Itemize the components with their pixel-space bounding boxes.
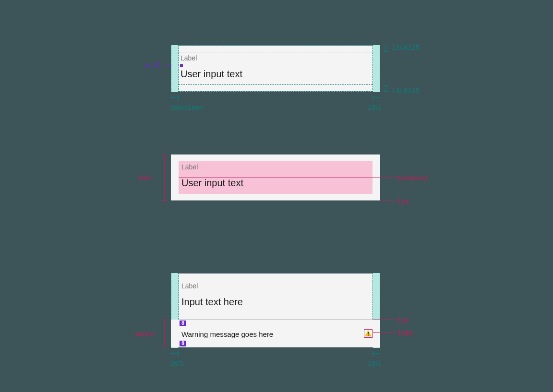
annotation-padding-left: 16/1	[170, 359, 184, 367]
annotation-padding-bottom: 13/.8125	[392, 86, 420, 95]
annotation-height: 64/4	[138, 174, 152, 182]
input-label: Label	[181, 282, 198, 290]
measure-bracket	[384, 85, 388, 92]
measure-bracket	[384, 46, 388, 52]
guide-line	[179, 45, 373, 46]
annotation-padding-right: 16/1	[368, 103, 382, 111]
input-value: User input text	[181, 178, 243, 189]
guide-line	[179, 66, 373, 66]
annotation-padding-top: 13/.8125	[392, 43, 420, 51]
text-input-spec-warning: Label Input text here	[171, 273, 380, 320]
spec-canvas: Label User input text 4/.25 13/.8125 13/…	[0, 0, 553, 392]
measure-bracket	[171, 95, 179, 100]
text-input-spec-height: Label User input text	[171, 154, 380, 201]
guide-line	[179, 91, 373, 92]
leader-line	[373, 332, 396, 333]
annotation-icon-size: 16px	[397, 328, 413, 336]
warning-message-text: Warning message goes here	[181, 330, 273, 338]
warning-message-area: Warning message goes here	[171, 320, 380, 347]
input-label: Label	[180, 54, 197, 62]
spacing-marker	[180, 64, 183, 67]
svg-rect-0	[368, 332, 369, 334]
spacing-badge: 8	[180, 321, 186, 326]
warning-icon	[364, 329, 373, 338]
annotation-centered: Centered	[397, 174, 427, 182]
measure-tick	[167, 64, 171, 67]
leader-line	[373, 320, 396, 320]
measure-bracket	[162, 320, 167, 347]
padding-overlay-right	[373, 45, 380, 92]
annotation-padding-left: 16px/1rem	[170, 103, 204, 111]
annotation-gap: 4/.25	[144, 61, 160, 70]
measure-bracket	[373, 351, 380, 356]
text-input-spec-padding: Label User input text	[171, 46, 380, 92]
spacing-badge: 8	[180, 341, 186, 346]
measure-bracket	[171, 351, 179, 356]
measure-bracket	[373, 95, 380, 100]
input-value: User input text	[180, 69, 242, 80]
guide-line	[179, 84, 373, 85]
annotation-border: 1px	[397, 197, 409, 205]
measure-bracket	[162, 154, 167, 201]
guide-line	[179, 52, 373, 52]
input-value: Input text here	[181, 297, 243, 308]
padding-overlay-left	[171, 45, 179, 92]
leader-line	[380, 201, 396, 201]
svg-rect-1	[368, 335, 369, 336]
annotation-varies: Varies	[134, 330, 154, 338]
annotation-padding-right: 16/1	[368, 359, 382, 367]
input-label: Label	[181, 163, 198, 171]
annotation-divider: 1px	[397, 316, 409, 324]
